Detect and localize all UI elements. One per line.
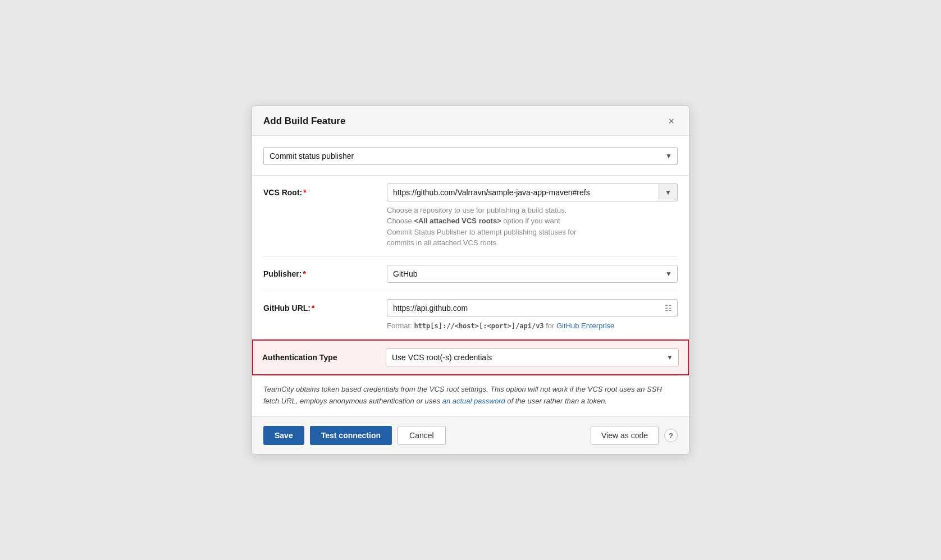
auth-type-field: Use VCS root(-s) credentials ▼ bbox=[386, 348, 679, 366]
vcs-root-field: https://github.com/Valrravn/sample-java-… bbox=[387, 183, 678, 249]
close-button[interactable]: × bbox=[665, 115, 678, 127]
github-url-label: GitHub URL:* bbox=[263, 299, 387, 313]
github-url-row: GitHub URL:* ☷ Format: http[s]://<host>[… bbox=[263, 291, 678, 340]
feature-type-row: Commit status publisher ▼ bbox=[263, 147, 678, 165]
publisher-required: * bbox=[303, 269, 305, 278]
auth-type-select[interactable]: Use VCS root(-s) credentials bbox=[386, 348, 679, 366]
feature-type-select-wrapper: Commit status publisher ▼ bbox=[263, 147, 678, 165]
auth-type-row: Authentication Type Use VCS root(-s) cre… bbox=[252, 339, 689, 375]
auth-type-label: Authentication Type bbox=[262, 353, 386, 362]
add-build-feature-dialog: Add Build Feature × Commit status publis… bbox=[252, 105, 689, 455]
dialog-body: Commit status publisher ▼ VCS Root:* htt… bbox=[252, 136, 689, 413]
feature-type-select[interactable]: Commit status publisher bbox=[263, 147, 678, 165]
cancel-button[interactable]: Cancel bbox=[398, 426, 446, 445]
github-enterprise-link[interactable]: GitHub Enterprise bbox=[556, 322, 614, 330]
vcs-root-dropdown-button[interactable]: ▼ bbox=[659, 183, 678, 201]
footer-left-buttons: Save Test connection Cancel bbox=[263, 426, 446, 445]
help-button[interactable]: ? bbox=[664, 429, 678, 442]
auth-type-select-wrapper: Use VCS root(-s) credentials ▼ bbox=[386, 348, 679, 366]
github-url-field: ☷ Format: http[s]://<host>[:<port>]/api/… bbox=[387, 299, 678, 332]
dialog-header: Add Build Feature × bbox=[252, 106, 689, 136]
publisher-select[interactable]: GitHub bbox=[387, 265, 678, 283]
dialog-footer: Save Test connection Cancel View as code… bbox=[252, 416, 689, 454]
save-button[interactable]: Save bbox=[263, 426, 304, 445]
vcs-root-required: * bbox=[303, 188, 306, 197]
github-url-required: * bbox=[312, 304, 314, 313]
vcs-root-row: VCS Root:* https://github.com/Valrravn/s… bbox=[263, 176, 678, 257]
publisher-label: Publisher:* bbox=[263, 265, 387, 278]
vcs-root-help: Choose a repository to use for publishin… bbox=[387, 205, 678, 249]
vcs-root-select-wrapper: https://github.com/Valrravn/sample-java-… bbox=[387, 183, 678, 201]
test-connection-button[interactable]: Test connection bbox=[310, 426, 392, 445]
auth-info-text: TeamCity obtains token based credentials… bbox=[263, 375, 678, 413]
actual-password-link[interactable]: an actual password bbox=[442, 397, 505, 405]
view-as-code-button[interactable]: View as code bbox=[591, 426, 659, 445]
github-url-input[interactable] bbox=[387, 299, 678, 317]
vcs-root-label: VCS Root:* bbox=[263, 183, 387, 197]
publisher-select-wrapper: GitHub ▼ bbox=[387, 265, 678, 283]
publisher-row: Publisher:* GitHub ▼ bbox=[263, 257, 678, 291]
footer-right-buttons: View as code ? bbox=[591, 426, 678, 445]
publisher-field: GitHub ▼ bbox=[387, 265, 678, 283]
github-url-format-help: Format: http[s]://<host>[:<port>]/api/v3… bbox=[387, 320, 678, 332]
dialog-title: Add Build Feature bbox=[263, 116, 345, 127]
vcs-root-select[interactable]: https://github.com/Valrravn/sample-java-… bbox=[387, 183, 659, 201]
github-url-input-wrapper: ☷ bbox=[387, 299, 678, 317]
